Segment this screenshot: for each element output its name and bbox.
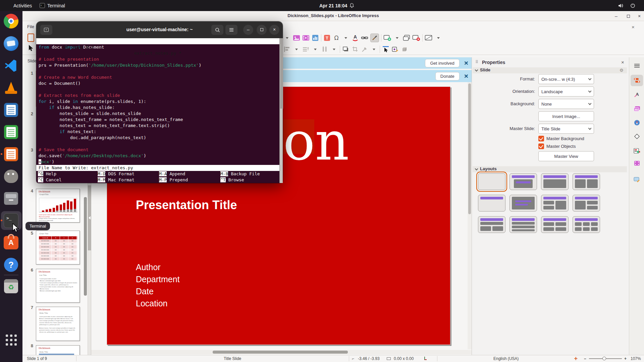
sidebar-tab-sidebar-menu[interactable] bbox=[631, 60, 643, 71]
focused-app-menu[interactable]: › Terminal bbox=[40, 0, 65, 11]
layout-option-title-row-2content[interactable] bbox=[478, 216, 505, 233]
activities-button[interactable]: Activities bbox=[13, 0, 32, 11]
menu-file[interactable]: File bbox=[25, 23, 36, 30]
dock-item-thunderbird[interactable] bbox=[3, 36, 19, 52]
distribution-icon[interactable] bbox=[321, 45, 328, 54]
search-button[interactable] bbox=[211, 25, 223, 35]
impress-minimize-button[interactable]: – bbox=[612, 12, 620, 20]
terminal-scrollbar[interactable] bbox=[279, 38, 283, 183]
insert-media-icon[interactable] bbox=[302, 34, 310, 42]
layout-option-centered-text[interactable] bbox=[509, 195, 537, 212]
dock-item-vscode[interactable] bbox=[3, 58, 19, 74]
dock-item-calc[interactable] bbox=[3, 124, 19, 140]
sidebar-tab-properties[interactable] bbox=[631, 75, 643, 86]
slide-layout-icon[interactable] bbox=[425, 34, 433, 42]
shadow-icon[interactable] bbox=[342, 45, 350, 54]
layout-option-title-1l-2r[interactable] bbox=[573, 195, 600, 212]
sidebar-tab-master-slides[interactable] bbox=[631, 174, 643, 185]
background-dropdown[interactable]: None bbox=[538, 99, 594, 109]
delete-slide-icon[interactable] bbox=[412, 34, 420, 42]
dropdown-caret-icon[interactable] bbox=[393, 34, 401, 42]
layout-option-title-3x2[interactable] bbox=[573, 216, 600, 233]
dock-item-show-apps[interactable] bbox=[3, 332, 19, 348]
slide-thumb-6[interactable]: DickinsonList Title• Lorem ipsum dolor s… bbox=[36, 269, 80, 303]
status-language[interactable]: English (USA) bbox=[493, 356, 519, 361]
dropdown-caret-icon[interactable] bbox=[312, 45, 319, 54]
orientation-dropdown[interactable]: Landscape bbox=[538, 86, 594, 97]
dropdown-caret-icon[interactable] bbox=[293, 45, 300, 54]
terminal-maximize-button[interactable] bbox=[257, 25, 267, 35]
dock-item-vlc[interactable] bbox=[3, 80, 19, 96]
canvas-vscrollbar[interactable] bbox=[468, 82, 472, 349]
section-settings-gear-icon[interactable]: ⚙ bbox=[620, 68, 624, 73]
dock-item-help[interactable]: ? bbox=[3, 257, 19, 273]
dropdown-caret-icon[interactable] bbox=[330, 45, 338, 54]
impress-titlebar[interactable]: Dickinson_Slides.pptx - LibreOffice Impr… bbox=[22, 11, 644, 21]
new-slide-icon[interactable] bbox=[383, 34, 391, 42]
master-view-button[interactable]: Master View bbox=[538, 151, 594, 161]
slide-thumb-8[interactable]: DickinsonSlide Title bbox=[36, 345, 80, 355]
dock-item-chrome[interactable] bbox=[3, 13, 19, 29]
master-background-checkbox[interactable]: Master Background bbox=[538, 136, 584, 141]
clock[interactable]: Apr 21 18:04 bbox=[319, 0, 354, 11]
close-document-icon[interactable]: × bbox=[630, 23, 637, 31]
dock-item-writer[interactable] bbox=[3, 102, 19, 118]
layout-option-title-2l-1r[interactable] bbox=[541, 195, 569, 212]
slide-thumb-7[interactable]: DickinsonSlide TitleLorem ipsum dolor si… bbox=[36, 307, 80, 341]
insert-image-icon[interactable] bbox=[293, 34, 300, 42]
layout-option-title-only[interactable] bbox=[478, 195, 505, 212]
power-icon[interactable] bbox=[630, 0, 635, 11]
slide-subtitle-text[interactable]: AuthorDepartmentDateLocation bbox=[136, 261, 180, 309]
slide-thumb-4[interactable]: DickinsonGraphTitleLorem ipsum: dolor si… bbox=[36, 189, 80, 223]
slides-panel-scrollbar[interactable] bbox=[84, 197, 87, 296]
format-dropdown[interactable]: On-scre... w (4:3) bbox=[538, 74, 594, 84]
fit-slide-icon[interactable]: ✛ bbox=[574, 356, 578, 361]
properties-close-icon[interactable]: × bbox=[621, 59, 624, 65]
layouts-section-header[interactable]: Layouts bbox=[473, 166, 627, 172]
slide-title-text[interactable]: Presentation Title bbox=[136, 198, 237, 212]
insert-hyperlink-icon[interactable] bbox=[361, 34, 368, 42]
canvas-hscrollbar[interactable] bbox=[91, 350, 472, 354]
dock-item-software[interactable]: A bbox=[3, 235, 19, 251]
special-character-icon[interactable]: Ω bbox=[333, 34, 340, 42]
menu-button[interactable] bbox=[225, 25, 237, 35]
sidebar-tab-navigator[interactable] bbox=[631, 117, 643, 128]
dropdown-caret-icon[interactable] bbox=[435, 34, 442, 42]
terminal-close-button[interactable]: × bbox=[269, 25, 279, 35]
dropdown-caret-icon[interactable] bbox=[283, 34, 291, 42]
zoom-slider[interactable] bbox=[589, 358, 622, 359]
terminal-content[interactable]: GNU nano 6.2 extract_notes.py * from doc… bbox=[36, 38, 283, 183]
layout-option-title-2content[interactable] bbox=[573, 173, 600, 190]
insert-image-button[interactable]: Insert Image... bbox=[538, 111, 594, 121]
dock-item-impress[interactable] bbox=[3, 146, 19, 162]
impress-maximize-button[interactable] bbox=[624, 12, 632, 20]
impress-close-button[interactable]: × bbox=[635, 12, 643, 20]
insert-chart-icon[interactable] bbox=[312, 34, 319, 42]
terminal-titlebar[interactable]: + user@user-virtual-machine: ~ – × bbox=[36, 21, 283, 38]
dropdown-caret-icon[interactable] bbox=[342, 34, 350, 42]
duplicate-slide-icon[interactable] bbox=[403, 34, 410, 42]
layout-option-blank[interactable] bbox=[478, 173, 505, 190]
layout-option-title-3rows[interactable] bbox=[509, 216, 537, 233]
image-filter-icon[interactable] bbox=[361, 45, 368, 54]
panel-collapse-handle[interactable] bbox=[88, 185, 91, 250]
dock-item-trash[interactable]: ♻ bbox=[3, 278, 19, 294]
sidebar-tab-animation[interactable] bbox=[631, 158, 643, 169]
slide-thumb-5[interactable]: Chart TitleColumn ABCDXX:XXX:XXXXXXXXXXX… bbox=[36, 231, 80, 264]
terminal-minimize-button[interactable]: – bbox=[243, 25, 253, 35]
panel-drag-handle-icon[interactable]: ⠿ bbox=[475, 60, 478, 64]
dock-item-gimp[interactable] bbox=[3, 168, 19, 184]
clone-formatting-icon[interactable] bbox=[370, 34, 379, 42]
dropdown-caret-icon[interactable] bbox=[370, 45, 378, 54]
font-color-icon[interactable]: A bbox=[352, 34, 359, 42]
sidebar-tab-shapes[interactable] bbox=[631, 131, 643, 142]
sidebar-tab-gallery[interactable] bbox=[631, 103, 643, 114]
extrusion-icon[interactable] bbox=[401, 45, 408, 54]
crop-image-icon[interactable] bbox=[352, 45, 359, 54]
edit-points-icon[interactable] bbox=[391, 45, 399, 54]
master-slide-dropdown[interactable]: Title Slide bbox=[538, 124, 594, 134]
layout-option-title-sub[interactable] bbox=[509, 173, 537, 190]
dock-item-files[interactable] bbox=[3, 190, 19, 206]
sidebar-tab-slide-transition[interactable] bbox=[631, 145, 643, 157]
volume-icon[interactable] bbox=[618, 0, 624, 11]
